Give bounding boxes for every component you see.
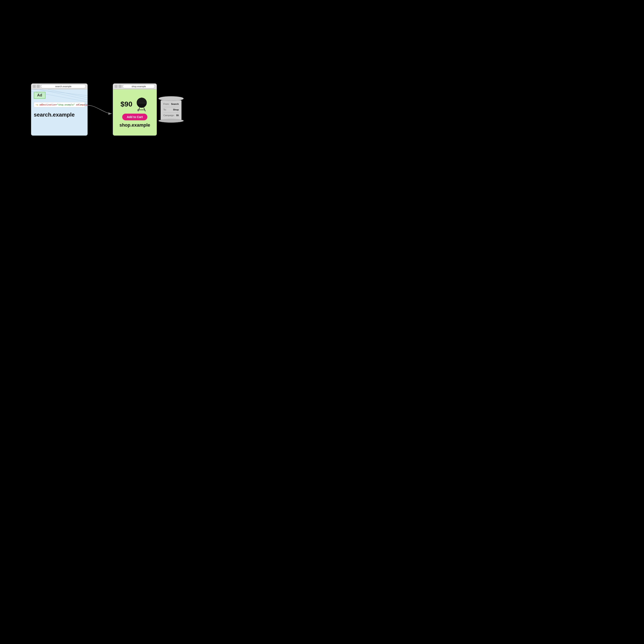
search-content: Ad <a adDestination="shop.example" adCam… <box>31 89 87 135</box>
shop-forward-button[interactable]: › <box>119 85 121 88</box>
search-titlebar: ‹ › search.example <box>31 84 87 89</box>
db-from-label: From: <box>163 102 169 106</box>
db-to-value: Shop <box>173 108 179 112</box>
attr-camp-name: adCampaignID <box>76 104 88 106</box>
db-to-label: To: <box>163 108 166 112</box>
shop-titlebar: ‹ › shop.example <box>113 84 157 89</box>
db-campaign-label: Campaign: <box>163 113 174 118</box>
shop-top-row: $90 <box>121 97 149 112</box>
code-snippet: <a adDestination="shop.example" adCampai… <box>34 102 85 107</box>
add-to-cart-button[interactable]: Add to Cart <box>122 114 147 120</box>
shop-url-bar: shop.example <box>123 84 155 88</box>
search-browser-window: ‹ › search.example Ad <a adDestination="… <box>31 83 88 136</box>
db-campaign-value: 55 <box>176 113 179 118</box>
arrow-search-to-shop <box>88 101 113 118</box>
svg-point-11 <box>138 109 139 111</box>
search-forward-button[interactable]: › <box>37 85 40 88</box>
search-back-button[interactable]: ‹ <box>33 85 36 88</box>
grill-icon <box>134 97 149 112</box>
db-bottom <box>158 119 184 123</box>
price-label: $90 <box>121 100 132 108</box>
db-to-row: To: Shop <box>163 108 179 112</box>
search-url-bar: search.example <box>41 84 86 88</box>
tag-open: <a <box>36 104 38 106</box>
db-from-row: From: Search <box>163 102 179 106</box>
shop-content: $90 Ad <box>113 89 157 135</box>
arrow-svg <box>88 101 113 118</box>
db-body: From: Search To: Shop Campaign: 55 <box>161 100 181 120</box>
search-domain-label: search.example <box>34 112 85 118</box>
svg-line-0 <box>40 89 87 100</box>
shop-browser-window: ‹ › shop.example $90 <box>113 83 157 136</box>
svg-line-3 <box>48 89 87 98</box>
shop-back-button[interactable]: ‹ <box>115 85 117 88</box>
shop-domain-label: shop.example <box>119 122 150 128</box>
diagram: ‹ › search.example Ad <a adDestination="… <box>31 83 184 136</box>
db-campaign-row: Campaign: 55 <box>163 113 179 118</box>
attr-dest-val: "shop.example" <box>57 104 75 106</box>
attr-dest-name: adDestination <box>39 104 56 106</box>
ad-badge: Ad <box>34 92 45 99</box>
svg-line-8 <box>144 108 145 111</box>
database-container: From: Search To: Shop Campaign: 55 <box>158 96 184 122</box>
db-from-value: Search <box>171 102 179 106</box>
